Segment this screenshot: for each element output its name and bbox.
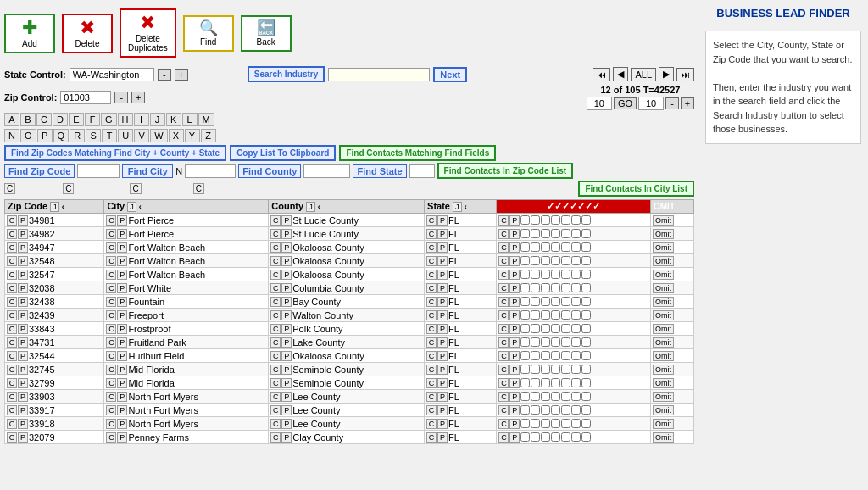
cp-p-btn[interactable]: P [117,365,127,375]
check-4[interactable] [551,324,560,333]
check-6[interactable] [571,242,581,252]
alpha-l[interactable]: L [182,113,198,126]
check-1[interactable] [520,256,530,265]
check-6[interactable] [571,378,581,387]
cp-c-btn[interactable]: C [7,419,17,429]
city-j-btn[interactable]: J [127,202,136,212]
cp-c-btn[interactable]: C [106,270,116,280]
next-btn[interactable]: Next [433,67,467,82]
check-4[interactable] [551,351,560,360]
check-3[interactable] [541,310,550,320]
cp-c-btn[interactable]: C [270,324,281,334]
check-6[interactable] [571,405,581,415]
check-3[interactable] [541,432,550,442]
check-3[interactable] [541,419,550,428]
check-2[interactable] [531,229,540,238]
cp-p-btn[interactable]: P [509,432,520,443]
check-5[interactable] [561,215,570,225]
cp-p-btn[interactable]: P [509,270,520,280]
cp-c-btn[interactable]: C [7,324,17,334]
cp-c-btn[interactable]: C [106,256,116,266]
cp-c-btn[interactable]: C [7,405,17,415]
cp-p-btn[interactable]: P [117,215,127,226]
check-7[interactable] [581,351,591,360]
cp-p-btn[interactable]: P [117,270,127,280]
cp-c-btn[interactable]: C [7,242,17,253]
cp-c-btn[interactable]: C [426,242,437,253]
check-2[interactable] [531,337,540,347]
check-5[interactable] [561,365,570,374]
cp-p-btn[interactable]: P [117,283,127,293]
check-1[interactable] [520,378,530,387]
cp-p-btn[interactable]: P [18,337,28,348]
cp-c-btn[interactable]: C [270,392,281,402]
cp-c-btn[interactable]: C [106,365,116,375]
omit-btn[interactable]: Omit [653,229,674,239]
cp-p-btn[interactable]: P [281,392,292,402]
find-county-input[interactable] [303,164,350,178]
cp-c-btn[interactable]: C [106,378,116,388]
find-city-input[interactable] [185,164,236,178]
check-2[interactable] [531,242,540,252]
cp-p-btn[interactable]: P [281,310,292,320]
page-size-2-input[interactable] [638,97,664,110]
check-4[interactable] [551,378,560,387]
cp-c-btn[interactable]: C [106,419,116,429]
cp-c-btn[interactable]: C [106,310,116,320]
cp-p-btn[interactable]: P [437,297,448,307]
cp-c-btn[interactable]: C [7,283,17,293]
check-5[interactable] [561,351,570,360]
cp-p-btn[interactable]: P [117,256,127,266]
check-2[interactable] [531,297,540,306]
check-5[interactable] [561,256,570,265]
cp-c-btn[interactable]: C [106,351,116,361]
cp-c-btn[interactable]: C [270,337,281,348]
cp-p-btn[interactable]: P [18,351,28,361]
cp-p-btn[interactable]: P [509,351,520,361]
cp-c-btn[interactable]: C [270,229,281,239]
state-minus-btn[interactable]: - [158,69,171,81]
check-2[interactable] [531,283,540,292]
cp-c-btn[interactable]: C [7,310,17,320]
check-7[interactable] [581,242,591,252]
omit-btn[interactable]: Omit [653,337,674,348]
omit-btn[interactable]: Omit [653,310,674,320]
state-control-input[interactable] [70,68,154,81]
check-7[interactable] [581,365,591,374]
check-7[interactable] [581,337,591,347]
alpha-k[interactable]: K [166,113,181,126]
cp-p-btn[interactable]: P [281,324,292,334]
county-arrow[interactable]: ‹ [318,203,320,211]
cp-p-btn[interactable]: P [437,324,448,334]
check-7[interactable] [581,283,591,292]
check-4[interactable] [551,432,560,442]
cp-p-btn[interactable]: P [18,378,28,388]
cp-p-btn[interactable]: P [117,378,127,388]
check-7[interactable] [581,229,591,238]
cp-p-btn[interactable]: P [437,256,448,266]
check-6[interactable] [571,324,581,333]
cp-p-btn[interactable]: P [117,324,127,334]
cp-p-btn[interactable]: P [437,432,448,443]
cp-c-btn[interactable]: C [106,242,116,253]
omit-btn[interactable]: Omit [653,256,674,266]
alpha-g[interactable]: G [101,113,117,126]
find-city-btn[interactable]: Find City [122,164,173,178]
check-3[interactable] [541,242,550,252]
cp-p-btn[interactable]: P [437,378,448,388]
check-3[interactable] [541,351,550,360]
check-4[interactable] [551,270,560,279]
check-7[interactable] [581,270,591,279]
add-button[interactable]: ✚ Add [4,14,55,53]
cp-c-btn[interactable]: C [106,229,116,239]
omit-btn[interactable]: Omit [653,297,674,307]
cp-c-btn[interactable]: C [106,337,116,348]
alpha-w[interactable]: W [150,129,167,142]
find-contacts-btn[interactable]: Find Contacts Matching Find Fields [339,145,496,161]
cp-c-btn[interactable]: C [426,337,437,348]
cp-c-btn[interactable]: C [106,215,116,226]
cp-c-btn[interactable]: C [106,283,116,293]
check-3[interactable] [541,324,550,333]
omit-btn[interactable]: Omit [653,392,674,402]
omit-btn[interactable]: Omit [653,419,674,429]
